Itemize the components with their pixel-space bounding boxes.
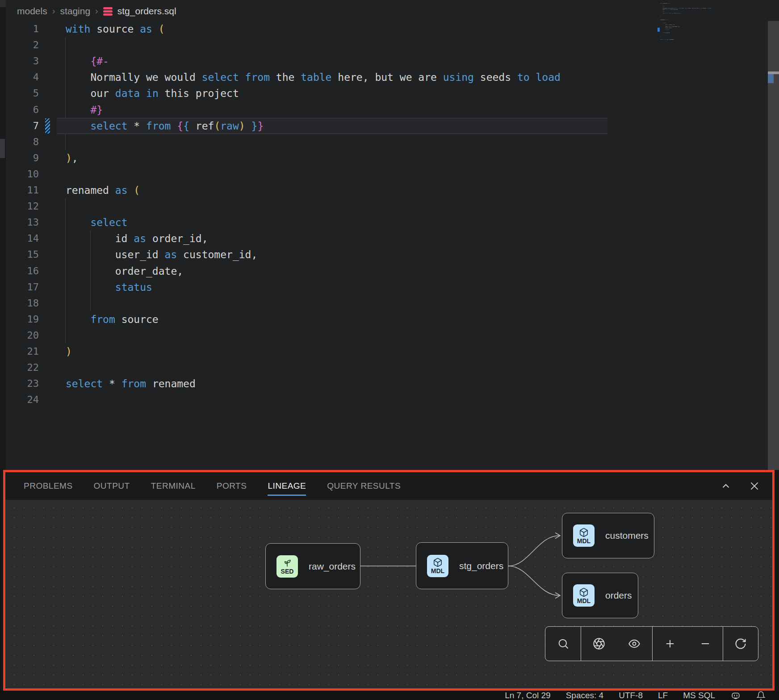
code-line-13: 13 select (0, 214, 779, 231)
code-line-24 (660, 40, 725, 42)
lineage-canvas[interactable]: SEDraw_ordersMDLstg_ordersMDLcustomersMD… (5, 500, 772, 688)
line-number: 22 (0, 360, 39, 376)
code-line-9: 9), (0, 150, 779, 166)
line-number: 23 (0, 376, 39, 392)
zoom-in-button[interactable] (661, 635, 679, 653)
code-editor[interactable]: 1with source as (23 {#-4 Normally we wou… (0, 0, 779, 470)
gutter-modified-indicator (45, 118, 50, 134)
tab-query-results[interactable]: QUERY RESULTS (327, 481, 401, 491)
lineage-node-customers[interactable]: MDLcustomers (562, 513, 654, 558)
tab-problems[interactable]: PROBLEMS (24, 481, 73, 491)
line-number: 2 (0, 37, 39, 53)
code-text: select * from {{ ref(raw) }} (66, 118, 264, 134)
tab-lineage[interactable]: LINEAGE (268, 481, 306, 491)
refresh-icon (734, 637, 747, 650)
code-text: our data in this project (66, 85, 239, 101)
close-icon (749, 480, 760, 492)
minimap-modified-marker (658, 28, 660, 32)
line-number: 20 (0, 327, 39, 344)
code-text: {#- (66, 53, 109, 69)
aperture-button[interactable] (590, 635, 608, 653)
editor-scrollbar[interactable] (768, 21, 779, 470)
cube-icon (579, 587, 589, 597)
line-number: 12 (0, 198, 39, 214)
cube-icon (433, 557, 443, 567)
code-line-22: 22 (0, 360, 779, 376)
code-text: select (66, 214, 127, 231)
aperture-icon (593, 637, 605, 650)
code-text: ) (66, 344, 72, 360)
tab-ports[interactable]: PORTS (217, 481, 247, 491)
lineage-toolbar (545, 626, 758, 661)
zoom-out-button[interactable] (696, 635, 714, 653)
line-number: 4 (0, 69, 39, 85)
overview-ruler-modified-mark (768, 74, 774, 83)
search-button[interactable] (554, 635, 572, 653)
status-item-ms-sql[interactable]: MS SQL (683, 691, 715, 700)
refresh-button[interactable] (732, 635, 750, 653)
code-text: #} (66, 102, 103, 118)
tab-terminal[interactable]: TERMINAL (151, 481, 196, 491)
line-number: 11 (0, 182, 39, 198)
code-line-19: 19 from source (0, 311, 779, 327)
code-line-24: 24 (0, 392, 779, 408)
line-number: 14 (0, 231, 39, 247)
line-number: 9 (0, 150, 39, 166)
code-line-15: 15 user_id as customer_id, (0, 247, 779, 263)
line-number: 8 (0, 134, 39, 150)
node-label: customers (605, 530, 649, 541)
status-copilot-button[interactable] (730, 691, 741, 700)
lineage-node-raw_orders[interactable]: SEDraw_orders (265, 543, 360, 589)
line-number: 10 (0, 166, 39, 182)
status-item-utf-8[interactable]: UTF-8 (619, 691, 643, 700)
code-line-4: 4 Normally we would select from the tabl… (0, 69, 779, 85)
minimap[interactable]: with source as ( {#- Normally we would s… (660, 18, 760, 67)
chevron-up-icon (720, 480, 732, 492)
lineage-node-orders[interactable]: MDLorders (562, 573, 638, 618)
line-number: 5 (0, 85, 39, 101)
status-bell-button[interactable] (756, 691, 766, 700)
code-line-5: 5 our data in this project (0, 85, 779, 101)
line-number: 1 (0, 21, 39, 37)
status-bar: Ln 7, Col 29Spaces: 4UTF-8LFMS SQL (0, 691, 779, 700)
code-line-8: 8 (0, 134, 779, 150)
line-number: 19 (0, 311, 39, 327)
line-number: 16 (0, 263, 39, 279)
code-line-11: 11renamed as ( (0, 182, 779, 198)
minus-icon (699, 637, 712, 650)
code-text: order_date, (66, 263, 183, 279)
bell-icon (756, 691, 766, 700)
code-line-21: 21) (0, 344, 779, 360)
lineage-node-stg_orders[interactable]: MDLstg_orders (416, 542, 508, 589)
visibility-button[interactable] (625, 635, 643, 653)
line-number: 13 (0, 214, 39, 231)
cube-icon (579, 528, 589, 537)
code-line-6: 6 #} (0, 102, 779, 118)
tab-output[interactable]: OUTPUT (94, 481, 130, 491)
panel-collapse-button[interactable] (717, 477, 735, 495)
code-line-17: 17 status (0, 279, 779, 295)
node-badge-box: MDL (427, 555, 448, 577)
code-line-23: 23select * from renamed (0, 376, 779, 392)
minimap-content: with source as ( {#- Normally we would s… (660, 0, 725, 42)
copilot-icon (730, 691, 741, 700)
node-badge-box: MDL (573, 584, 595, 607)
line-number: 18 (0, 295, 39, 311)
badge-label: MDL (577, 538, 591, 544)
line-number: 7 (0, 118, 39, 134)
sprout-icon (282, 558, 292, 568)
line-number: 6 (0, 102, 39, 118)
vscode-window: models › staging › stg_orders.sql 1with … (0, 0, 779, 700)
status-item-ln-7-col-29[interactable]: Ln 7, Col 29 (505, 691, 550, 700)
panel-close-button[interactable] (745, 477, 763, 495)
code-line-18: 18 (0, 295, 779, 311)
editor-region[interactable]: models › staging › stg_orders.sql 1with … (0, 0, 779, 470)
search-icon (557, 637, 570, 650)
line-number: 24 (0, 392, 39, 408)
status-item-spaces-4[interactable]: Spaces: 4 (566, 691, 604, 700)
badge-label: SED (281, 568, 294, 574)
node-badge-sprout: SED (276, 555, 298, 578)
status-item-lf[interactable]: LF (658, 691, 668, 700)
code-text: with source as ( (66, 21, 165, 37)
code-text: user_id as customer_id, (66, 247, 257, 263)
